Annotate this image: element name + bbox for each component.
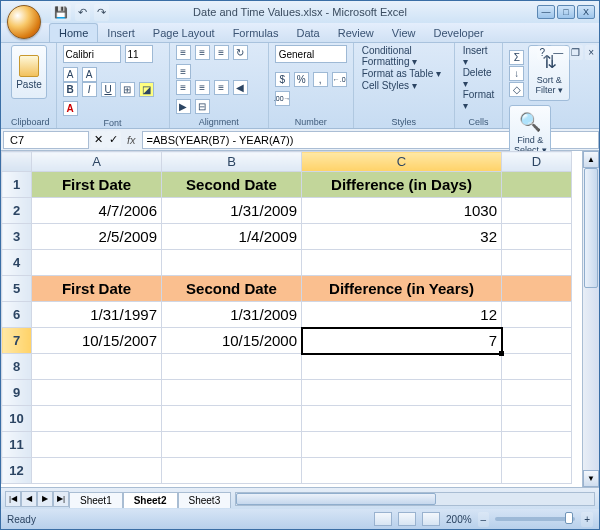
zoom-in-button[interactable]: + bbox=[581, 512, 593, 527]
col-header-D[interactable]: D bbox=[502, 152, 572, 172]
delete-cells-button[interactable]: Delete ▾ bbox=[461, 67, 497, 89]
cell-D4[interactable] bbox=[502, 250, 572, 276]
tab-view[interactable]: View bbox=[383, 24, 425, 42]
cell-D5[interactable] bbox=[502, 276, 572, 302]
currency-button[interactable]: $ bbox=[275, 72, 290, 87]
autosum-button[interactable]: Σ bbox=[509, 50, 524, 65]
formula-enter-icon[interactable]: ✓ bbox=[106, 131, 121, 148]
cell-B3[interactable]: 1/4/2009 bbox=[162, 224, 302, 250]
tab-review[interactable]: Review bbox=[329, 24, 383, 42]
cell-C3[interactable]: 32 bbox=[302, 224, 502, 250]
merge-button[interactable]: ⊟ bbox=[195, 99, 210, 114]
zoom-handle[interactable] bbox=[565, 512, 573, 524]
tab-data[interactable]: Data bbox=[287, 24, 328, 42]
tab-formulas[interactable]: Formulas bbox=[224, 24, 288, 42]
qat-redo-icon[interactable]: ↷ bbox=[94, 4, 109, 21]
doc-minimize-button[interactable]: — bbox=[550, 45, 566, 60]
border-button[interactable]: ⊞ bbox=[120, 82, 135, 97]
vertical-scrollbar[interactable]: ▲ ▼ bbox=[582, 151, 599, 487]
col-header-A[interactable]: A bbox=[32, 152, 162, 172]
cell-A2[interactable]: 4/7/2006 bbox=[32, 198, 162, 224]
format-as-table-button[interactable]: Format as Table ▾ bbox=[360, 68, 448, 79]
cell-C4[interactable] bbox=[302, 250, 502, 276]
row-header-12[interactable]: 12 bbox=[2, 458, 32, 484]
cell-D1[interactable] bbox=[502, 172, 572, 198]
orientation-button[interactable]: ↻ bbox=[233, 45, 248, 60]
tab-nav-first-icon[interactable]: |◀ bbox=[5, 491, 21, 507]
doc-close-button[interactable]: × bbox=[585, 45, 597, 60]
insert-cells-button[interactable]: Insert ▾ bbox=[461, 45, 497, 67]
doc-restore-button[interactable]: ❐ bbox=[568, 45, 583, 60]
sheet-tab-sheet2[interactable]: Sheet2 bbox=[123, 492, 178, 508]
cell-A8[interactable] bbox=[32, 354, 162, 380]
wrap-text-button[interactable]: ≡ bbox=[176, 64, 191, 79]
underline-button[interactable]: U bbox=[101, 82, 116, 97]
cell-A7[interactable]: 10/15/2007 bbox=[32, 328, 162, 354]
row-header-3[interactable]: 3 bbox=[2, 224, 32, 250]
cell-B1[interactable]: Second Date bbox=[162, 172, 302, 198]
formula-cancel-icon[interactable]: ✕ bbox=[91, 131, 106, 148]
cell-C9[interactable] bbox=[302, 380, 502, 406]
close-button[interactable]: X bbox=[577, 5, 595, 19]
cell-B6[interactable]: 1/31/2009 bbox=[162, 302, 302, 328]
tab-home[interactable]: Home bbox=[49, 23, 98, 42]
font-name-select[interactable] bbox=[63, 45, 121, 63]
tab-nav-prev-icon[interactable]: ◀ bbox=[21, 491, 37, 507]
cell-B10[interactable] bbox=[162, 406, 302, 432]
increase-decimal-button[interactable]: ←.0 bbox=[332, 72, 347, 87]
cell-D12[interactable] bbox=[502, 458, 572, 484]
cell-C10[interactable] bbox=[302, 406, 502, 432]
cell-A3[interactable]: 2/5/2009 bbox=[32, 224, 162, 250]
font-size-select[interactable] bbox=[125, 45, 153, 63]
cell-C8[interactable] bbox=[302, 354, 502, 380]
cell-A10[interactable] bbox=[32, 406, 162, 432]
view-pagebreak-button[interactable] bbox=[422, 512, 440, 526]
cell-C2[interactable]: 1030 bbox=[302, 198, 502, 224]
cell-A1[interactable]: First Date bbox=[32, 172, 162, 198]
qat-save-icon[interactable]: 💾 bbox=[51, 4, 71, 21]
cell-B8[interactable] bbox=[162, 354, 302, 380]
cell-A11[interactable] bbox=[32, 432, 162, 458]
cell-D11[interactable] bbox=[502, 432, 572, 458]
align-left-button[interactable]: ≡ bbox=[176, 80, 191, 95]
cell-D8[interactable] bbox=[502, 354, 572, 380]
row-header-4[interactable]: 4 bbox=[2, 250, 32, 276]
tab-nav-last-icon[interactable]: ▶| bbox=[53, 491, 69, 507]
row-header-2[interactable]: 2 bbox=[2, 198, 32, 224]
zoom-out-button[interactable]: – bbox=[478, 512, 490, 527]
align-middle-button[interactable]: ≡ bbox=[195, 45, 210, 60]
cell-C7[interactable]: 7 bbox=[302, 328, 502, 354]
fx-icon[interactable]: fx bbox=[121, 134, 142, 146]
scroll-track[interactable] bbox=[583, 168, 599, 470]
cell-A12[interactable] bbox=[32, 458, 162, 484]
grow-font-button[interactable]: A bbox=[63, 67, 78, 82]
name-box[interactable] bbox=[3, 131, 89, 149]
minimize-button[interactable]: — bbox=[537, 5, 555, 19]
cell-D3[interactable] bbox=[502, 224, 572, 250]
tab-insert[interactable]: Insert bbox=[98, 24, 144, 42]
row-header-5[interactable]: 5 bbox=[2, 276, 32, 302]
cell-B9[interactable] bbox=[162, 380, 302, 406]
cell-B4[interactable] bbox=[162, 250, 302, 276]
select-all-corner[interactable] bbox=[2, 152, 32, 172]
sheet-tab-sheet1[interactable]: Sheet1 bbox=[69, 492, 123, 508]
view-normal-button[interactable] bbox=[374, 512, 392, 526]
row-header-10[interactable]: 10 bbox=[2, 406, 32, 432]
grid-container[interactable]: ABCD1First DateSecond DateDifference (in… bbox=[1, 151, 582, 487]
font-color-button[interactable]: A bbox=[63, 101, 78, 116]
row-header-6[interactable]: 6 bbox=[2, 302, 32, 328]
tab-page-layout[interactable]: Page Layout bbox=[144, 24, 224, 42]
scroll-up-icon[interactable]: ▲ bbox=[583, 151, 599, 168]
scroll-down-icon[interactable]: ▼ bbox=[583, 470, 599, 487]
cell-D7[interactable] bbox=[502, 328, 572, 354]
zoom-slider[interactable] bbox=[495, 517, 575, 521]
cell-A9[interactable] bbox=[32, 380, 162, 406]
horizontal-scrollbar[interactable] bbox=[235, 492, 595, 506]
percent-button[interactable]: % bbox=[294, 72, 309, 87]
cell-D2[interactable] bbox=[502, 198, 572, 224]
row-header-8[interactable]: 8 bbox=[2, 354, 32, 380]
row-header-7[interactable]: 7 bbox=[2, 328, 32, 354]
cell-C11[interactable] bbox=[302, 432, 502, 458]
office-button[interactable] bbox=[7, 5, 41, 39]
italic-button[interactable]: I bbox=[82, 82, 97, 97]
